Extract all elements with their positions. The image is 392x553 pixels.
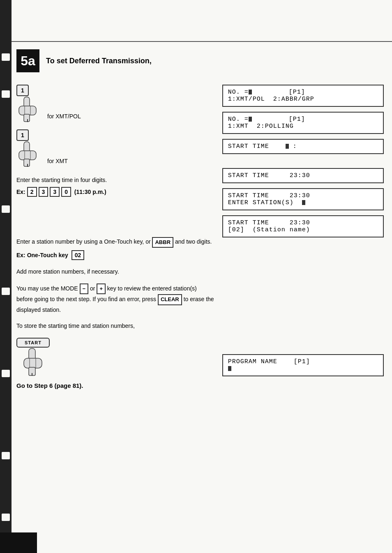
- step-title: To set Deferred Transmission,: [46, 57, 152, 65]
- main-content: 5a To set Deferred Transmission, 1: [16, 49, 384, 389]
- minus-key: −: [80, 283, 89, 295]
- goto-step-text: Go to Step 6 (page 81).: [16, 382, 214, 389]
- key-3b: 3: [50, 187, 60, 197]
- start-time-section: Enter the starting time in four digits. …: [16, 176, 214, 197]
- border-mark-4: [2, 288, 10, 295]
- lcd2-line2: 1:XMT 2:POLLING: [228, 123, 378, 130]
- right-spacer-1: [222, 159, 384, 163]
- two-column-layout: 1: [16, 85, 384, 389]
- store-text: To store the starting time and station n…: [16, 322, 214, 330]
- lcd5-line2: ENTER STATION(S): [228, 199, 378, 206]
- lcd-display-7: PROGRAM NAME [P1]: [222, 354, 384, 376]
- xmt-pol-label: for XMT/POL: [47, 113, 81, 123]
- hand-icon-xmt-pol: [16, 96, 39, 123]
- lcd3-cursor: [286, 144, 289, 149]
- lcd6-line2: [02] (Station name): [228, 226, 378, 233]
- press-xmt-pol: 1: [16, 85, 214, 123]
- xmt-pol-hand-wrap: 1: [16, 85, 39, 123]
- svg-rect-1: [19, 106, 36, 115]
- start-button-area: START: [16, 338, 214, 378]
- lcd3-line1: START TIME :: [228, 143, 378, 150]
- station-entry-section: Enter a station number by using a One-To…: [16, 237, 214, 260]
- mode-review-text: You may use the MODE − or + key to revie…: [16, 283, 214, 315]
- mode-review-section: You may use the MODE − or + key to revie…: [16, 283, 214, 315]
- lcd-display-5: START TIME 23:30 ENTER STATION(S): [222, 188, 384, 210]
- lcd2-line1: NO. = [P1]: [228, 116, 378, 123]
- lcd5-cursor: [302, 200, 305, 205]
- border-mark-2: [2, 90, 10, 98]
- lcd-display-1: NO. = [P1] 1:XMT/POL 2:ABBR/GRP: [222, 85, 384, 107]
- page-container: 5a To set Deferred Transmission, 1: [0, 0, 392, 553]
- lcd7-line1: PROGRAM NAME [P1]: [228, 358, 378, 365]
- abbr-key-label: ABBR: [152, 237, 173, 248]
- lcd-display-3: START TIME :: [222, 139, 384, 154]
- right-spacer-2: [222, 242, 384, 349]
- ex-label: Ex:: [16, 189, 25, 195]
- step-number: 5a: [21, 53, 35, 69]
- step-header: 5a To set Deferred Transmission,: [16, 49, 384, 72]
- key-1-xmt-pol[interactable]: 1: [16, 85, 29, 96]
- plus-key: +: [97, 283, 106, 295]
- clear-key: CLEAR: [158, 294, 182, 305]
- start-button-label[interactable]: START: [16, 338, 50, 348]
- step-number-box: 5a: [16, 49, 39, 72]
- lcd7-line2: [228, 365, 378, 372]
- lcd-display-6: START TIME 23:30 [02] (Station name): [222, 215, 384, 237]
- spacer1: [16, 204, 214, 237]
- svg-rect-4: [24, 114, 30, 122]
- border-mark-3: [2, 205, 10, 213]
- top-divider-line: [12, 41, 392, 42]
- lcd-display-4: START TIME 23:30: [222, 168, 384, 183]
- station-text: Enter a station number by using a One-To…: [16, 237, 214, 248]
- lcd7-cursor: [228, 366, 231, 371]
- key-3a: 3: [39, 187, 48, 197]
- right-column: NO. = [P1] 1:XMT/POL 2:ABBR/GRP NO. = [P…: [222, 85, 384, 389]
- lcd1-cursor: [249, 90, 252, 94]
- start-button-wrap: START: [16, 338, 50, 376]
- add-stations-section: Add more station numbers, if necessary.: [16, 267, 214, 276]
- enter-time-text: Enter the starting time in four digits.: [16, 176, 214, 184]
- key-0: 0: [61, 187, 71, 197]
- one-touch-example: Ex: One-Touch key 02: [16, 250, 214, 260]
- lcd4-line1: START TIME 23:30: [228, 172, 378, 179]
- border-mark-6: [2, 452, 10, 459]
- hand-icon-xmt: [16, 141, 39, 168]
- key-1-xmt[interactable]: 1: [16, 129, 29, 141]
- svg-rect-7: [19, 151, 36, 160]
- hand-icon-start: [21, 348, 45, 376]
- bottom-strip: [0, 532, 37, 553]
- key-02: 02: [71, 250, 85, 260]
- lcd2-cursor: [249, 117, 252, 122]
- press-xmt: 1 for XMT: [16, 129, 214, 168]
- svg-rect-10: [24, 159, 30, 166]
- border-mark-1: [2, 53, 10, 61]
- key-2: 2: [27, 187, 37, 197]
- add-stations-text: Add more station numbers, if necessary.: [16, 267, 214, 276]
- lcd1-line1: NO. = [P1]: [228, 89, 378, 96]
- lcd-display-2: NO. = [P1] 1:XMT 2:POLLING: [222, 112, 384, 134]
- one-touch-ex-label: Ex: One-Touch key: [16, 252, 70, 258]
- press-section: 1: [16, 85, 214, 168]
- lcd6-line1: START TIME 23:30: [228, 219, 378, 226]
- border-mark-7: [2, 514, 10, 521]
- example-line: Ex: 2 3 3 0 (11:30 p.m.): [16, 187, 214, 197]
- store-section: To store the starting time and station n…: [16, 322, 214, 330]
- lcd1-line2: 1:XMT/POL 2:ABBR/GRP: [228, 96, 378, 103]
- xmt-label: for XMT: [47, 158, 68, 168]
- lcd5-line1: START TIME 23:30: [228, 192, 378, 199]
- xmt-hand-wrap: 1: [16, 129, 39, 168]
- left-border: [0, 0, 12, 553]
- border-mark-5: [2, 370, 10, 377]
- example-suffix: (11:30 p.m.): [73, 189, 106, 195]
- svg-rect-13: [24, 358, 42, 368]
- left-column: 1: [16, 85, 214, 389]
